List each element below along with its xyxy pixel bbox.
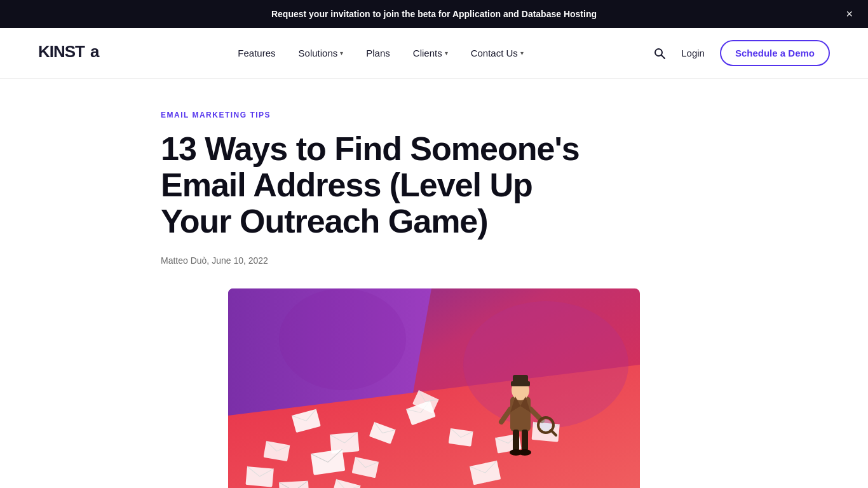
logo[interactable]: KINST a (38, 41, 108, 65)
top-banner: Request your invitation to join the beta… (0, 0, 868, 28)
svg-rect-24 (245, 466, 273, 487)
svg-rect-57 (513, 375, 528, 384)
login-link[interactable]: Login (681, 48, 705, 58)
nav-plans[interactable]: Plans (366, 48, 390, 58)
main-nav: Features Solutions ▾ Plans Clients ▾ Con… (238, 48, 524, 58)
hero-illustration (228, 288, 640, 488)
clients-chevron-icon: ▾ (445, 50, 448, 57)
kinsta-logo-svg: KINST a (38, 41, 108, 61)
article-title: 13 Ways to Find Someone's Email Address … (161, 131, 606, 240)
svg-line-3 (661, 55, 665, 58)
article-category: EMAIL MARKETING TIPS (161, 111, 707, 119)
contact-chevron-icon: ▾ (520, 50, 524, 57)
solutions-chevron-icon: ▾ (340, 50, 343, 57)
svg-rect-64 (522, 430, 528, 451)
svg-point-66 (519, 449, 531, 456)
svg-point-7 (463, 301, 628, 428)
nav-contact-us[interactable]: Contact Us ▾ (471, 48, 524, 58)
svg-point-61 (540, 419, 552, 431)
header: KINST a Features Solutions ▾ Plans Clien… (0, 28, 868, 79)
hero-image (228, 288, 640, 488)
svg-text:a: a (90, 42, 100, 61)
svg-point-8 (279, 288, 406, 390)
article-meta: Matteo Duò, June 10, 2022 (161, 255, 707, 266)
schedule-demo-button[interactable]: Schedule a Demo (720, 40, 830, 66)
nav-clients[interactable]: Clients ▾ (413, 48, 448, 58)
svg-text:KINST: KINST (38, 42, 85, 61)
main-content: EMAIL MARKETING TIPS 13 Ways to Find Som… (148, 79, 720, 488)
header-actions: Login Schedule a Demo (653, 40, 830, 66)
nav-features[interactable]: Features (238, 48, 275, 58)
svg-rect-54 (510, 396, 531, 431)
search-button[interactable] (653, 47, 666, 60)
logo-text: KINST a (38, 41, 108, 65)
banner-text: Request your invitation to join the beta… (271, 9, 597, 19)
search-icon (653, 47, 666, 60)
nav-solutions[interactable]: Solutions ▾ (299, 48, 344, 58)
svg-rect-63 (513, 430, 519, 451)
banner-close-button[interactable]: × (846, 8, 853, 20)
